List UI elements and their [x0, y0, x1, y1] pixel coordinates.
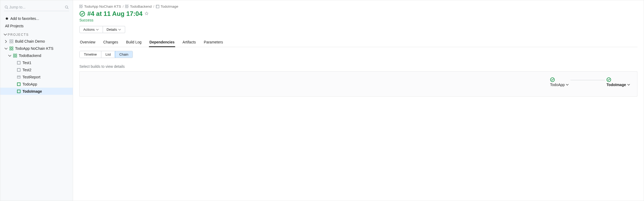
add-favorites-label: Add to favorites... [10, 16, 39, 21]
tree-item-label: TodoApp [22, 82, 37, 86]
tree-item-label: Test1 [22, 61, 31, 65]
projects-tree: Build Chain DemoTodoApp NoChain KTSTodoB… [0, 38, 73, 96]
chevron-down-icon[interactable] [8, 54, 11, 57]
chain-node[interactable]: TodoImage [606, 77, 630, 87]
tree-item-label: TodoImage [22, 89, 42, 93]
tree-item[interactable]: TodoApp NoChain KTS [0, 45, 73, 52]
view-mode-button[interactable]: Timeline [80, 51, 101, 58]
breadcrumb-item[interactable]: TodoImage [156, 5, 178, 8]
tab[interactable]: Parameters [203, 38, 223, 47]
caret-down-icon [118, 28, 121, 31]
details-button[interactable]: Details [103, 26, 125, 33]
success-check-icon [79, 11, 85, 17]
tree-item[interactable]: TodoApp [0, 81, 73, 88]
projects-section-title: PROJECTS [8, 33, 29, 37]
chain-connector [570, 80, 605, 80]
tab[interactable]: Artifacts [182, 38, 197, 47]
projects-section-header[interactable]: PROJECTS [0, 30, 73, 38]
build-config-icon [17, 82, 21, 86]
selection-hint: Select builds to view details [79, 64, 637, 69]
main-content: TodoApp NoChain KTS/TodoBackend/TodoImag… [73, 0, 644, 201]
tree-item-label: TodoApp NoChain KTS [15, 46, 53, 51]
sidebar: Add to favorites... All Projects PROJECT… [0, 0, 73, 201]
workflow-icon [9, 39, 13, 43]
success-check-icon [606, 77, 611, 82]
breadcrumb-item[interactable]: TodoBackend [125, 5, 152, 8]
workflow-icon [125, 5, 129, 8]
action-button-group: Actions Details [79, 26, 637, 33]
build-status: Success [79, 18, 637, 22]
actions-button[interactable]: Actions [79, 26, 103, 33]
view-mode-switch: TimelineListChain [79, 51, 133, 58]
tree-item[interactable]: Build Chain Demo [0, 38, 73, 45]
breadcrumb-label: TodoApp NoChain KTS [84, 5, 121, 8]
chain-node-label-row: TodoApp [550, 83, 569, 87]
chain-node-label: TodoImage [606, 83, 626, 87]
build-config-icon [17, 68, 21, 72]
tree-item-label: Test2 [22, 68, 31, 72]
tab[interactable]: Changes [103, 38, 119, 47]
chain-panel: TodoAppTodoImage [79, 71, 637, 97]
chain-node[interactable]: TodoApp [550, 77, 569, 87]
search-icon [4, 5, 8, 9]
caret-down-icon [627, 83, 630, 86]
tab[interactable]: Overview [79, 38, 96, 47]
caret-down-icon [566, 83, 569, 86]
breadcrumb: TodoApp NoChain KTS/TodoBackend/TodoImag… [79, 5, 637, 8]
breadcrumb-separator: / [123, 5, 124, 8]
details-label: Details [107, 28, 117, 32]
build-config-icon [17, 90, 21, 93]
tree-item[interactable]: Test1 [0, 59, 73, 66]
workflow-icon [9, 47, 13, 50]
build-title-row: #4 at 11 Aug 17:04 [79, 10, 637, 17]
view-mode-button[interactable]: List [101, 51, 115, 58]
tab[interactable]: Dependencies [149, 38, 175, 47]
chevron-right-icon[interactable] [4, 40, 8, 43]
success-check-icon [550, 77, 555, 82]
search-shortcut-icon [65, 5, 69, 9]
workflow-icon [13, 54, 17, 57]
breadcrumb-separator: / [153, 5, 154, 8]
tree-item[interactable]: TestReport [0, 73, 73, 81]
favorite-star-icon[interactable] [145, 12, 149, 16]
breadcrumb-label: TodoBackend [130, 5, 152, 8]
star-icon [5, 17, 9, 20]
tree-item[interactable]: TodoBackend [0, 52, 73, 59]
tree-item-label: Build Chain Demo [15, 39, 45, 43]
tree-item-label: TestReport [22, 75, 40, 79]
tree-item[interactable]: Test2 [0, 66, 73, 73]
chevron-down-icon [3, 33, 7, 37]
build-title: #4 at 11 Aug 17:04 [87, 10, 143, 17]
actions-label: Actions [83, 28, 95, 32]
build-tabs: OverviewChangesBuild LogDependenciesArti… [79, 38, 637, 47]
build-config-icon [156, 5, 159, 8]
chain-node-label-row: TodoImage [606, 83, 630, 87]
add-favorites-link[interactable]: Add to favorites... [0, 15, 73, 22]
workflow-icon [79, 5, 83, 8]
build-chain: TodoAppTodoImage [550, 77, 630, 87]
search-input[interactable] [8, 5, 65, 10]
tab[interactable]: Build Log [125, 38, 142, 47]
build-config-icon [17, 61, 21, 65]
tree-item-label: TodoBackend [19, 53, 41, 58]
search-box[interactable] [4, 3, 69, 11]
chevron-down-icon[interactable] [4, 47, 8, 50]
view-mode-button[interactable]: Chain [115, 51, 133, 58]
report-icon [17, 75, 21, 79]
all-projects-link[interactable]: All Projects [0, 22, 73, 30]
breadcrumb-label: TodoImage [161, 5, 178, 8]
breadcrumb-item[interactable]: TodoApp NoChain KTS [79, 5, 121, 8]
chain-node-label: TodoApp [550, 83, 565, 87]
caret-down-icon [96, 28, 99, 31]
tree-item[interactable]: TodoImage [0, 88, 73, 95]
all-projects-label: All Projects [5, 24, 24, 28]
